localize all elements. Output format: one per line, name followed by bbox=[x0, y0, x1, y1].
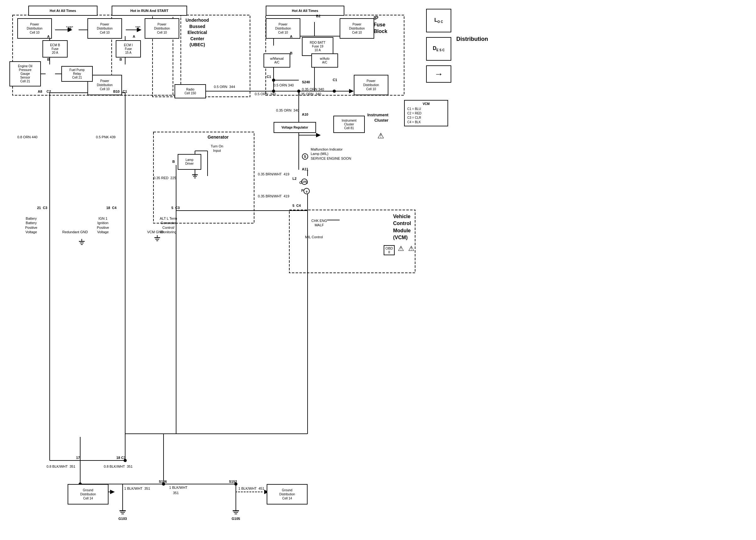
w035orn340-1: 0.35 ORN 340 bbox=[302, 87, 324, 91]
w08orn440: 0.8 ORN 440 bbox=[17, 135, 38, 139]
vcm-gnd-symbol bbox=[153, 235, 161, 243]
obd2-symbol: OBD II bbox=[384, 245, 395, 255]
c2-label: C2 bbox=[47, 89, 51, 94]
distribution-label: Distribution bbox=[456, 36, 488, 43]
ubec-label: UnderhoodBussedElectricalCenter(UBEC) bbox=[186, 17, 209, 48]
w05orn340-1: 0.5 ORN 340 bbox=[274, 83, 294, 87]
21c3-label: 21 C3 bbox=[37, 206, 47, 210]
l2-label: L2 bbox=[292, 177, 297, 181]
ecm-b-fuse: ECM BFuse20 A bbox=[43, 40, 68, 58]
c1-top-label: C1 bbox=[123, 89, 127, 94]
b10-label: B10 bbox=[113, 89, 119, 94]
loc-symbol-box: LO C bbox=[426, 9, 451, 32]
w-auto-ac: w/AutoA/C bbox=[311, 54, 338, 68]
redundant-gnd-label: Redundant GND bbox=[62, 230, 88, 234]
w05pnk439: 0.5 PNK 439 bbox=[96, 135, 115, 139]
w05orn340-2: 0.5 ORN 340 bbox=[255, 92, 276, 96]
17-label: 17 bbox=[76, 456, 80, 460]
power-dist-cell10-1: PowerDistributionCell 10 bbox=[17, 18, 52, 39]
p100-circle: ⏚ bbox=[303, 188, 310, 194]
vcm-legend: VCM C1 = BLU C2 = RED C3 = CLR C4 = BLK bbox=[404, 100, 448, 126]
mil-circle: S bbox=[302, 153, 308, 160]
w1blkwht451: 1 BLK/WHT 451 bbox=[238, 486, 264, 491]
w-manual-ac: w/ManualA/C bbox=[263, 54, 290, 68]
alt-l-term-label: ALT L TermGeneratorControl/Monitoring bbox=[160, 216, 177, 234]
w035orn340-2: 0.35 ORN 340 bbox=[298, 92, 321, 96]
g105-symbol: G105 bbox=[231, 506, 240, 520]
svg-marker-36 bbox=[349, 89, 354, 93]
a-left: A bbox=[47, 35, 50, 39]
b-gen-label: B bbox=[172, 160, 175, 164]
5c3gen-label: 5 C3 bbox=[171, 206, 180, 210]
vcm-label: VehicleControlModule(VCM) bbox=[393, 213, 411, 241]
w05orn344: 0.5 ORN 344 bbox=[214, 85, 235, 89]
ecm-i-fuse: ECM IFuse15 A bbox=[116, 40, 141, 58]
s152-label: S152 bbox=[229, 480, 237, 484]
svg-marker-64 bbox=[316, 133, 321, 137]
18c4-label: 18 C4 bbox=[106, 206, 116, 210]
arrow-symbol-box: → bbox=[426, 66, 451, 83]
power-dist-cell10-6: PowerDistributionCell 10 bbox=[354, 75, 388, 95]
gen-gnd-symbol bbox=[191, 172, 199, 180]
w08blkwht351-1: 0.8 BLK/WHT 351 bbox=[47, 465, 76, 469]
vcm-symbol1: ⚠ bbox=[398, 244, 404, 253]
w1blkwht351-1: 1 BLK/WHT 351 bbox=[124, 486, 150, 491]
chk-eng-malf: CHK ENGMALF bbox=[311, 218, 327, 227]
w1blkwht351-2: 1 BLK/WHT bbox=[169, 485, 188, 490]
ground-dist-14-right: GroundDistributionCell 14 bbox=[267, 484, 308, 504]
b-ecmi: B bbox=[119, 58, 122, 62]
a8-label: A8 bbox=[38, 89, 42, 94]
desc-symbol-box: DE S C bbox=[426, 37, 451, 61]
b-right2: B bbox=[290, 51, 292, 55]
g103-symbol: G103 bbox=[118, 506, 127, 520]
w08blkwht351-2: 0.8 BLK/WHT 351 bbox=[104, 465, 133, 469]
svg-point-53 bbox=[272, 78, 275, 82]
5c4-label: 5 C4 bbox=[292, 204, 301, 208]
junction-dot-1 bbox=[333, 89, 336, 93]
svg-marker-77 bbox=[110, 490, 115, 494]
a-right: A bbox=[133, 35, 135, 39]
redundant-gnd-symbol bbox=[78, 239, 86, 246]
c1-right-label: C1 bbox=[267, 75, 271, 79]
engine-oil-pressure: Engine OilPressureGaugeSensorCell 21 bbox=[9, 61, 41, 86]
w351-s106: 351 bbox=[173, 491, 179, 495]
generator-label: Generator bbox=[208, 135, 228, 140]
diagram-container: Hot At All Times Hot in RUN And START Ho… bbox=[0, 0, 756, 540]
b2-label: B2 bbox=[316, 14, 320, 18]
rdo-batt-fuse: RDO BATTFuse 1910 A bbox=[302, 37, 333, 56]
mil-label: Malfunction IndicatorLamp (MIL)SERVICE E… bbox=[311, 147, 367, 161]
a10-label: A10 bbox=[302, 112, 308, 117]
fuel-pump-relay: Fuel PumpRelayCell 21 bbox=[61, 66, 93, 82]
hot-all-times-box-2: Hot At All Times bbox=[266, 6, 344, 16]
a-right2: A bbox=[290, 35, 292, 39]
wire-3-label: "3" bbox=[135, 26, 141, 30]
s106-label: S106 bbox=[159, 480, 167, 484]
radio-cell150: RadioCell 150 bbox=[175, 84, 206, 98]
c1-right2-label: C1 bbox=[333, 78, 337, 82]
s240-label: S240 bbox=[302, 80, 310, 84]
power-dist-cell10-5: PowerDistributionCell 10 bbox=[340, 18, 374, 39]
w035brnwht419-2: 0.35 BRN/WHT 419 bbox=[258, 194, 289, 198]
instrument-cluster-label: InstrumentCluster bbox=[367, 112, 388, 123]
b-ecmb: B bbox=[47, 58, 50, 62]
hot-run-start-box: Hot in RUN And START bbox=[112, 6, 187, 16]
turn-on-input-label: Turn OnInput bbox=[205, 144, 229, 153]
w035orn340-a10: 0.35 ORN 340 bbox=[276, 108, 299, 112]
wire-42-label: "42" bbox=[66, 26, 73, 30]
power-dist-cell10-3: PowerDistributionCell 10 bbox=[145, 18, 179, 39]
ip-fuse-block-label: IPFuseBlock bbox=[374, 15, 387, 35]
battery-pos-label: BatteryBatteryPositiveVoltage bbox=[25, 216, 38, 234]
a11-label: A11 bbox=[302, 167, 308, 171]
instrument-cluster-symbol: ⚠ bbox=[378, 131, 384, 140]
18c3-gnd-label: 18 C3 bbox=[116, 456, 125, 460]
vcm-symbol2: ⚠ bbox=[408, 244, 414, 253]
lamp-driver: LampDriver bbox=[178, 154, 201, 170]
instrument-cluster-cell81: InstrumentClusterCell 81 bbox=[333, 116, 365, 133]
ign1-pos-label: IGN 1IgnitionPositiveVoltage bbox=[97, 216, 109, 234]
c203-circle: C203 bbox=[301, 179, 308, 185]
w035red225: 0.35 RED 225 bbox=[153, 176, 176, 180]
power-dist-cell10-2: PowerDistributionCell 10 bbox=[87, 18, 122, 39]
w035brnwht419-1: 0.35 BRN/WHT 419 bbox=[258, 172, 289, 176]
power-dist-cell10-4: PowerDistributionCell 10 bbox=[266, 18, 300, 39]
hot-all-times-box-1: Hot At All Times bbox=[28, 6, 97, 16]
